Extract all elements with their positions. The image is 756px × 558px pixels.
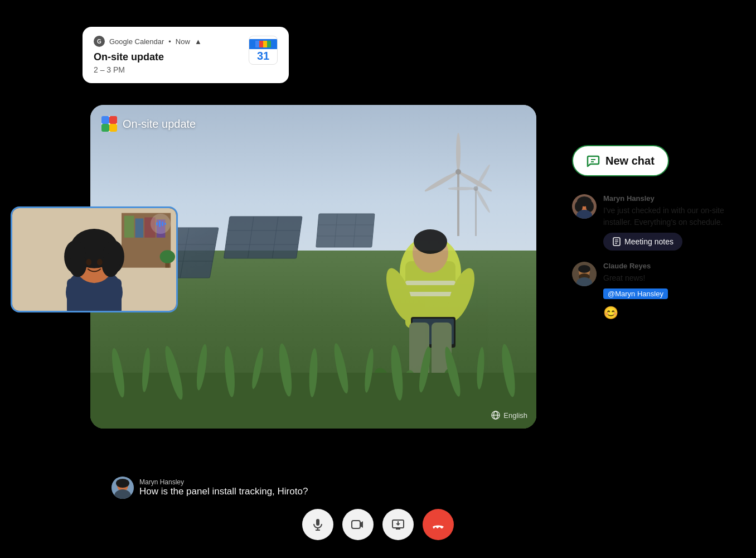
svg-point-23 <box>456 133 461 172</box>
svg-rect-94 <box>164 223 166 225</box>
svg-point-90 <box>97 259 103 266</box>
language-badge: English <box>491 411 527 420</box>
mic-active-indicator <box>151 214 171 234</box>
svg-rect-102 <box>352 521 360 528</box>
audio-wave-icon <box>155 218 166 229</box>
meeting-notes-label: Meeting notes <box>624 237 673 246</box>
chat-panel: New chat Maryn Hansley I've just checked… <box>572 145 734 331</box>
svg-point-30 <box>448 187 476 190</box>
notification-time-range: 2 – 3 PM <box>94 65 202 74</box>
speaker-message: Maryn Hansley How is the panel install t… <box>139 478 308 497</box>
notification-time-indicator: • <box>168 37 171 46</box>
speaker-info-bar: Maryn Hansley How is the panel install t… <box>112 477 308 499</box>
svg-rect-65 <box>101 116 109 124</box>
svg-rect-74 <box>124 216 134 238</box>
svg-rect-3 <box>259 41 263 47</box>
svg-rect-81 <box>67 278 122 311</box>
reaction-emoji: 😊 <box>603 306 668 320</box>
call-controls <box>302 509 454 540</box>
svg-rect-91 <box>156 222 158 225</box>
calendar-date-number: 31 <box>257 49 269 61</box>
video-call-header: On-site update <box>101 116 196 132</box>
svg-rect-66 <box>109 116 117 124</box>
notes-icon <box>612 237 621 246</box>
maryn-name: Maryn Hansley <box>603 194 734 203</box>
google-meet-logo <box>101 116 117 132</box>
svg-rect-12 <box>224 217 302 258</box>
new-chat-button[interactable]: New chat <box>572 145 669 176</box>
claude-name: Claude Reyes <box>603 262 668 270</box>
svg-point-87 <box>69 253 86 277</box>
chat-message-1: Maryn Hansley I've just checked in with … <box>572 194 734 251</box>
chat-messages-list: Maryn Hansley I've just checked in with … <box>572 194 734 331</box>
video-call-title: On-site update <box>123 118 196 131</box>
end-call-icon <box>430 517 446 532</box>
svg-rect-2 <box>255 41 259 47</box>
notification-time: Now <box>176 37 190 46</box>
foreground-grass <box>90 328 536 429</box>
svg-point-120 <box>578 265 590 273</box>
svg-point-31 <box>474 186 478 191</box>
notification-content: G Google Calendar • Now ▲ On-site update… <box>94 36 202 74</box>
notification-chevron: ▲ <box>195 37 202 46</box>
svg-rect-92 <box>159 220 161 227</box>
svg-rect-93 <box>162 222 163 226</box>
mic-button[interactable] <box>302 509 333 540</box>
new-chat-label: New chat <box>605 155 655 167</box>
notification-title: On-site update <box>94 51 202 63</box>
chat-bubble-icon <box>587 154 600 167</box>
svg-rect-37 <box>405 292 455 296</box>
mic-icon <box>311 518 324 531</box>
speaker-avatar <box>112 477 134 499</box>
end-call-button[interactable] <box>423 509 454 540</box>
svg-rect-36 <box>405 281 455 285</box>
claude-message-content: Claude Reyes Great news! @Maryn Hansley … <box>603 262 668 320</box>
language-icon <box>491 411 500 420</box>
present-icon <box>391 518 405 531</box>
self-view-pip <box>11 206 178 312</box>
svg-point-88 <box>102 253 119 277</box>
speaker-name: Maryn Hansley <box>139 478 308 486</box>
google-calendar-icon: G <box>94 36 105 47</box>
notification-card: G Google Calendar • Now ▲ On-site update… <box>83 27 289 83</box>
maryn-message-content: Maryn Hansley I've just checked in with … <box>603 194 734 251</box>
svg-rect-68 <box>109 124 117 132</box>
svg-rect-5 <box>267 41 271 47</box>
svg-point-97 <box>116 479 129 488</box>
self-view-background <box>12 208 176 311</box>
svg-rect-67 <box>101 124 109 132</box>
present-button[interactable] <box>382 509 414 540</box>
language-label: English <box>503 411 527 420</box>
svg-point-26 <box>455 169 461 175</box>
svg-point-79 <box>160 250 175 263</box>
claude-avatar <box>572 262 597 286</box>
maryn-avatar <box>572 194 597 219</box>
notification-source: Google Calendar <box>109 37 164 46</box>
calendar-badge-top <box>249 39 277 49</box>
camera-icon <box>351 518 365 531</box>
svg-point-35 <box>414 229 447 254</box>
svg-rect-17 <box>316 214 375 247</box>
meeting-notes-button[interactable]: Meeting notes <box>603 233 682 251</box>
svg-rect-99 <box>316 519 319 526</box>
speaker-caption: How is the panel install tracking, Hirot… <box>139 486 308 497</box>
camera-button[interactable] <box>342 509 374 540</box>
svg-point-89 <box>86 259 91 266</box>
svg-text:G: G <box>97 39 101 45</box>
svg-rect-4 <box>263 41 267 47</box>
chat-message-2: Claude Reyes Great news! @Maryn Hansley … <box>572 262 734 320</box>
calendar-badge: 31 <box>249 36 278 65</box>
mention-tag: @Maryn Hansley <box>603 288 668 299</box>
maryn-message-text: I've just checked in with our on-site in… <box>603 205 734 228</box>
claude-message-text: Great news! <box>603 272 668 284</box>
svg-rect-75 <box>135 219 144 238</box>
notification-header: G Google Calendar • Now ▲ <box>94 36 202 47</box>
